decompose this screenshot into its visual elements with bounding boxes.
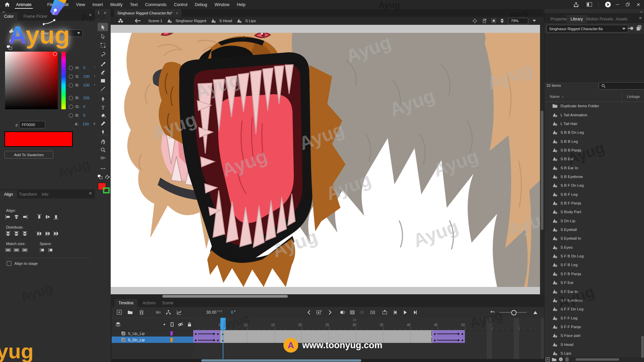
- menu-text[interactable]: Text: [126, 0, 142, 9]
- radio-icon[interactable]: [69, 83, 73, 87]
- library-vertical-scrollbar[interactable]: [641, 336, 644, 358]
- eraser-tool[interactable]: [98, 68, 108, 76]
- library-item-s-eyeball[interactable]: S Eyeball: [544, 225, 640, 234]
- library-item-s-head[interactable]: S Head: [544, 340, 640, 349]
- stroke-color-control[interactable]: [9, 37, 15, 42]
- close-document-icon[interactable]: ×: [176, 11, 178, 15]
- color-row-H0[interactable]: H:0°: [69, 65, 96, 70]
- new-symbol-icon[interactable]: [546, 357, 550, 361]
- workspace-icon[interactable]: [585, 1, 594, 8]
- align-6-button[interactable]: [53, 214, 59, 220]
- dot-icon[interactable]: [161, 321, 168, 328]
- library-search-input[interactable]: [599, 82, 644, 89]
- sort-ascending-icon[interactable]: ↑: [562, 95, 564, 99]
- delete-item-icon[interactable]: [565, 357, 569, 361]
- radio-icon[interactable]: [69, 113, 73, 118]
- library-item-s-eyes[interactable]: S Eyes: [544, 243, 640, 252]
- color-preview-swatch[interactable]: [4, 131, 73, 147]
- restore-icon[interactable]: [623, 1, 633, 8]
- layers-icon[interactable]: [114, 321, 122, 328]
- default-colors-icon[interactable]: [98, 175, 103, 179]
- panel-menu-icon[interactable]: ≡: [89, 12, 92, 17]
- space-1-button[interactable]: [40, 247, 45, 253]
- item-properties-icon[interactable]: i: [559, 357, 563, 361]
- library-item-s-f-ear-in[interactable]: S F Ear In: [544, 287, 640, 296]
- library-item-s-f-f-dn-leg[interactable]: S F F Dn Leg: [544, 305, 640, 313]
- close-icon[interactable]: ✕: [633, 1, 644, 8]
- layer-S_Up_Lip[interactable]: S_Up_Lip: [112, 330, 193, 337]
- library-panel-menu-icon[interactable]: ≡: [639, 15, 642, 20]
- library-bottom-scrollbar[interactable]: [576, 358, 619, 361]
- distribute-6-button[interactable]: [53, 231, 59, 236]
- distribute-4-button[interactable]: [37, 231, 42, 236]
- tween-span-frames-1-5[interactable]: [193, 337, 220, 343]
- menu-file[interactable]: File: [44, 0, 58, 9]
- library-item-s-face-part[interactable]: S Face part: [544, 331, 640, 340]
- library-item-s-f-b-leg[interactable]: S F B Leg: [544, 260, 640, 269]
- asset-warp-tool[interactable]: [98, 127, 108, 136]
- saturation-brightness-picker[interactable]: [5, 52, 58, 109]
- layer-name[interactable]: S_Up_Lip: [128, 331, 145, 336]
- color-type-dropdown[interactable]: color: [38, 29, 83, 37]
- breadcrumb-s-lips[interactable]: S Lips: [245, 19, 256, 23]
- menu-modify[interactable]: Modify: [107, 0, 126, 9]
- layer-color-chip[interactable]: [170, 338, 173, 342]
- zoom-dropdown-icon[interactable]: [533, 20, 536, 22]
- static-span-frames-6-44[interactable]: [220, 330, 432, 337]
- library-item-s-lips[interactable]: S Lips: [544, 349, 640, 358]
- color-row-G4[interactable]: G:0: [69, 104, 94, 109]
- stage-horizontal-scrollbar[interactable]: [111, 294, 543, 298]
- default-swap-colors-icon[interactable]: [7, 45, 12, 50]
- hand-tool[interactable]: [98, 137, 108, 146]
- align-panel-menu-icon[interactable]: ≡: [89, 191, 92, 196]
- layer-color-chip[interactable]: [170, 331, 173, 336]
- rotation-icon[interactable]: [482, 18, 487, 23]
- radio-icon[interactable]: [69, 105, 73, 109]
- library-item-s-b-b-dn-leg[interactable]: S B B Dn Leg: [544, 128, 640, 137]
- pin-icon[interactable]: [628, 26, 634, 30]
- selection-tool[interactable]: [98, 23, 108, 31]
- space-2-button[interactable]: [48, 247, 53, 253]
- free-transform-tool[interactable]: [98, 41, 108, 49]
- stroke-color-swatch[interactable]: [103, 187, 110, 193]
- align-4-button[interactable]: [37, 214, 42, 220]
- tab-frame-picker[interactable]: Frame Picker: [19, 12, 51, 21]
- back-arrow-icon[interactable]: [133, 17, 142, 24]
- paint-bucket-tool[interactable]: [98, 111, 108, 120]
- radio-icon[interactable]: [69, 74, 73, 79]
- align-1-button[interactable]: [5, 214, 11, 220]
- color-row-A6[interactable]: A:100%: [69, 122, 97, 126]
- menu-help[interactable]: Help: [233, 0, 249, 9]
- distribute-3-button[interactable]: [22, 231, 28, 236]
- line-tool[interactable]: [98, 84, 108, 93]
- tab-color[interactable]: Color: [0, 12, 18, 21]
- library-item-s-b-b-leg[interactable]: S B B Leg: [544, 137, 640, 145]
- pen-tool[interactable]: [98, 95, 108, 103]
- new-library-panel-icon[interactable]: [636, 25, 642, 31]
- zoom-tool[interactable]: [98, 145, 108, 154]
- library-item-s-b-ear-in[interactable]: S B Ear In: [544, 163, 640, 172]
- lock-icon[interactable]: [186, 321, 193, 328]
- static-span-frames-6-44[interactable]: [220, 337, 432, 343]
- stage-viewport[interactable]: AyugAyugAyugAyugAyugAyugAyugAyugAyugAyug…: [111, 25, 540, 294]
- hex-input[interactable]: FF0000: [19, 121, 45, 128]
- menu-window[interactable]: Window: [211, 0, 233, 9]
- color-row-R3[interactable]: R:255: [69, 96, 94, 100]
- library-item-s-b-b-panja[interactable]: S B B Panja: [544, 146, 640, 155]
- tab-info[interactable]: Info: [38, 190, 52, 199]
- breadcrumb-singhasur-rigged[interactable]: Singhasur Rigged: [175, 19, 206, 23]
- rectangle-tool[interactable]: [98, 76, 108, 85]
- library-item-s-body-part[interactable]: S Body Part: [544, 207, 640, 216]
- zoom-level-input[interactable]: 79%: [508, 18, 528, 24]
- library-item-s-b-f-panja[interactable]: S B F Panja: [544, 199, 640, 207]
- clip-content-icon[interactable]: [491, 18, 496, 23]
- document-tab[interactable]: Singhasur Rigged Character.fla* ×: [114, 9, 181, 17]
- breadcrumb-scene-1[interactable]: Scene 1: [148, 19, 162, 23]
- color-row-B2[interactable]: B:100%: [69, 83, 98, 87]
- match-size-1-button[interactable]: [5, 247, 11, 253]
- tab-transform[interactable]: Transform: [15, 190, 41, 199]
- library-item-s-eyeball-in[interactable]: S Eyeball In: [544, 234, 640, 243]
- match-size-2-button[interactable]: [14, 247, 19, 253]
- library-item-s-dn-lip[interactable]: S Dn Lip: [544, 217, 640, 225]
- outline-icon[interactable]: [168, 321, 176, 328]
